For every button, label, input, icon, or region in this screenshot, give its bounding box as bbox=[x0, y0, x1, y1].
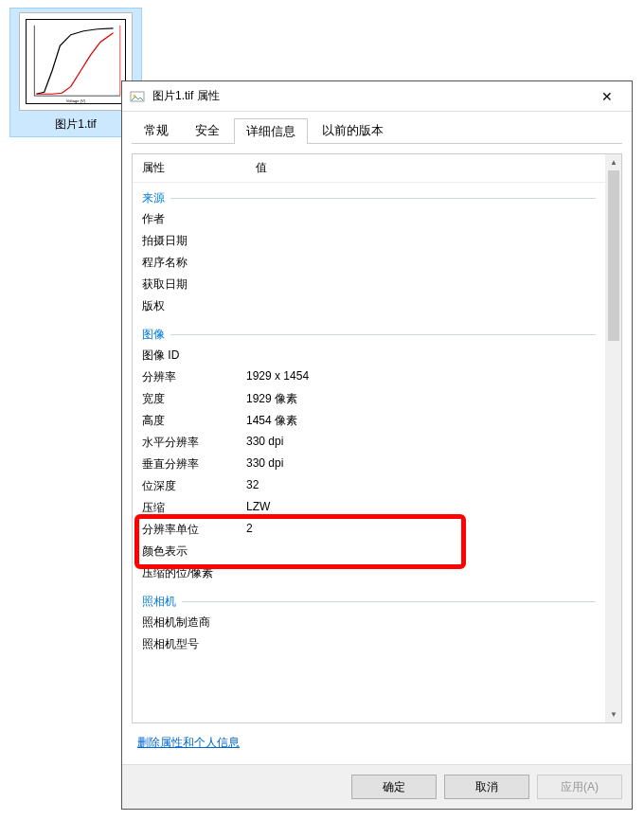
close-button[interactable]: ✕ bbox=[586, 82, 628, 111]
thumbnail-chart: Voltage (V) bbox=[26, 19, 126, 104]
row-dimensions[interactable]: 分辨率1929 x 1454 bbox=[142, 366, 596, 388]
column-value: 值 bbox=[246, 154, 605, 182]
scroll-down-button[interactable]: ▼ bbox=[606, 706, 621, 722]
row-date-taken[interactable]: 拍摄日期 bbox=[142, 230, 596, 252]
ok-button[interactable]: 确定 bbox=[351, 775, 437, 799]
row-program[interactable]: 程序名称 bbox=[142, 252, 596, 274]
row-compression[interactable]: 压缩LZW bbox=[142, 497, 596, 519]
column-property: 属性 bbox=[133, 154, 246, 182]
row-color-rep[interactable]: 颜色表示 bbox=[142, 541, 596, 562]
group-title-camera: 照相机 bbox=[142, 590, 596, 612]
row-camera-model[interactable]: 照相机型号 bbox=[142, 633, 596, 655]
row-height[interactable]: 高度1454 像素 bbox=[142, 410, 596, 432]
row-bit-depth[interactable]: 位深度32 bbox=[142, 475, 596, 497]
prop-header: 属性 值 bbox=[133, 154, 605, 183]
row-copyright[interactable]: 版权 bbox=[142, 295, 596, 317]
group-title-origin: 来源 bbox=[142, 187, 596, 208]
scroll-thumb[interactable] bbox=[608, 170, 619, 341]
row-author[interactable]: 作者 bbox=[142, 208, 596, 230]
row-compressed-bits[interactable]: 压缩的位/像素 bbox=[142, 562, 596, 584]
tabs: 常规 安全 详细信息 以前的版本 bbox=[132, 112, 622, 144]
properties-panel: 属性 值 来源 作者 拍摄日期 程序名称 获取日期 版权 图像 图像 ID 分辨… bbox=[132, 153, 622, 723]
row-image-id[interactable]: 图像 ID bbox=[142, 345, 596, 366]
row-camera-maker[interactable]: 照相机制造商 bbox=[142, 612, 596, 633]
row-acquired[interactable]: 获取日期 bbox=[142, 274, 596, 295]
link-row: 删除属性和个人信息 bbox=[132, 729, 622, 764]
svg-text:Voltage (V): Voltage (V) bbox=[66, 98, 86, 103]
properties-list: 属性 值 来源 作者 拍摄日期 程序名称 获取日期 版权 图像 图像 ID 分辨… bbox=[133, 154, 605, 722]
tab-previous-versions[interactable]: 以前的版本 bbox=[310, 117, 396, 143]
titlebar: 图片1.tif 属性 ✕ bbox=[122, 81, 632, 112]
tab-general[interactable]: 常规 bbox=[132, 117, 181, 143]
remove-properties-link[interactable]: 删除属性和个人信息 bbox=[137, 736, 240, 749]
group-origin: 来源 作者 拍摄日期 程序名称 获取日期 版权 bbox=[133, 183, 605, 319]
vertical-scrollbar[interactable]: ▲ ▼ bbox=[605, 154, 621, 722]
scroll-track[interactable] bbox=[606, 341, 621, 706]
dialog-title: 图片1.tif 属性 bbox=[152, 88, 586, 104]
properties-dialog: 图片1.tif 属性 ✕ 常规 安全 详细信息 以前的版本 属性 值 来源 作者… bbox=[121, 80, 633, 810]
row-v-resolution[interactable]: 垂直分辨率330 dpi bbox=[142, 454, 596, 475]
group-image: 图像 图像 ID 分辨率1929 x 1454 宽度1929 像素 高度1454… bbox=[133, 319, 605, 586]
file-name-label: 图片1.tif bbox=[14, 116, 137, 133]
cancel-button[interactable]: 取消 bbox=[444, 775, 529, 799]
scroll-up-button[interactable]: ▲ bbox=[606, 154, 621, 170]
tab-security[interactable]: 安全 bbox=[183, 117, 232, 143]
row-width[interactable]: 宽度1929 像素 bbox=[142, 388, 596, 410]
dialog-buttons: 确定 取消 应用(A) bbox=[122, 764, 632, 809]
row-h-resolution[interactable]: 水平分辨率330 dpi bbox=[142, 432, 596, 454]
row-res-unit[interactable]: 分辨率单位2 bbox=[142, 519, 596, 541]
dialog-body: 常规 安全 详细信息 以前的版本 属性 值 来源 作者 拍摄日期 程序名称 获取… bbox=[122, 112, 632, 764]
file-thumbnail: Voltage (V) bbox=[19, 12, 133, 111]
image-file-icon bbox=[130, 89, 145, 104]
group-title-image: 图像 bbox=[142, 323, 596, 345]
close-icon: ✕ bbox=[601, 89, 613, 104]
group-camera: 照相机 照相机制造商 照相机型号 bbox=[133, 586, 605, 657]
tab-details[interactable]: 详细信息 bbox=[234, 118, 308, 144]
apply-button[interactable]: 应用(A) bbox=[537, 775, 622, 799]
